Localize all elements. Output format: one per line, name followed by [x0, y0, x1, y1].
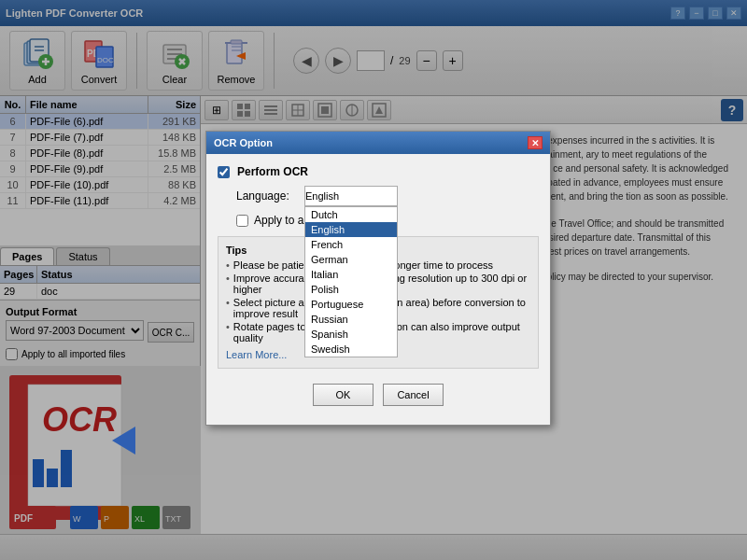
dialog-body: Perform OCR Language: English Dutch Fren…	[206, 154, 550, 425]
lang-option[interactable]: Polish	[305, 282, 397, 297]
dialog-close-btn[interactable]: ✕	[528, 136, 543, 149]
learn-more-link[interactable]: Learn More...	[226, 349, 287, 360]
lang-option[interactable]: Swedish	[305, 342, 397, 357]
dialog-cancel-btn[interactable]: Cancel	[383, 384, 444, 406]
language-row: Language: English Dutch French German It…	[236, 186, 539, 206]
lang-option[interactable]: Portuguese	[305, 297, 397, 312]
apply-all-dialog-check[interactable]	[236, 215, 248, 227]
lang-option[interactable]: English	[305, 222, 397, 237]
perform-ocr-check[interactable]	[218, 166, 230, 178]
lang-option[interactable]: Italian	[305, 267, 397, 282]
language-label: Language:	[236, 189, 297, 203]
language-select[interactable]: English Dutch French German Italian Poli…	[304, 186, 398, 206]
language-dropdown[interactable]: DutchEnglishFrenchGermanItalianPolishPor…	[304, 206, 398, 357]
dialog-titlebar: OCR Option ✕	[206, 132, 550, 154]
dialog-overlay: OCR Option ✕ Perform OCR Language: Engli…	[0, 0, 747, 560]
language-select-wrapper: English Dutch French German Italian Poli…	[304, 186, 398, 206]
lang-option[interactable]: German	[305, 252, 397, 267]
apply-all-dialog-label: Apply to all	[254, 214, 309, 227]
dialog-title: OCR Option	[214, 137, 273, 148]
lang-option[interactable]: French	[305, 237, 397, 252]
perform-ocr-row: Perform OCR	[218, 165, 539, 178]
perform-ocr-label: Perform OCR	[237, 165, 308, 178]
dialog-ok-btn[interactable]: OK	[313, 384, 374, 406]
lang-option[interactable]: Dutch	[305, 207, 397, 222]
dialog-buttons: OK Cancel	[218, 376, 539, 413]
lang-option[interactable]: Russian	[305, 312, 397, 327]
ocr-dialog: OCR Option ✕ Perform OCR Language: Engli…	[205, 131, 551, 426]
lang-option[interactable]: Spanish	[305, 327, 397, 342]
